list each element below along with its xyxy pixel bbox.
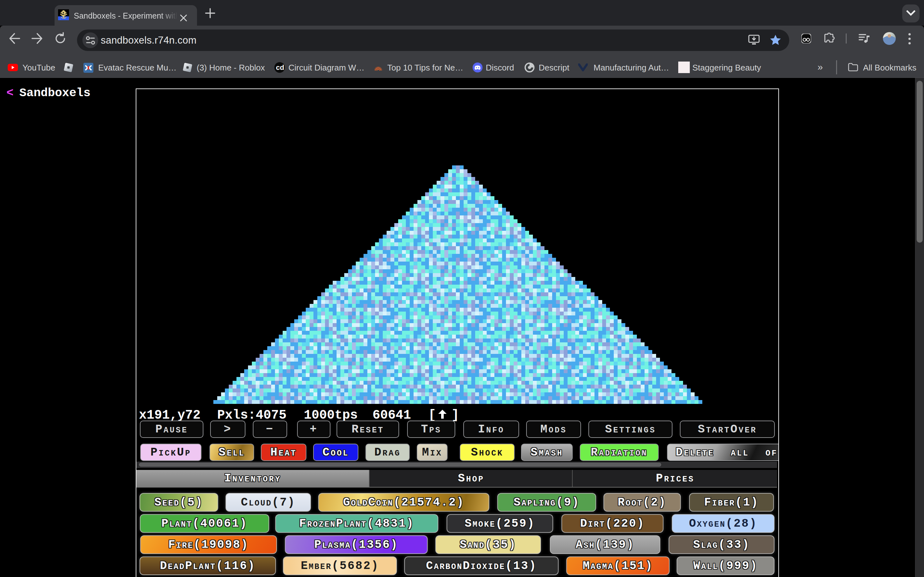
svg-text:cd: cd — [276, 63, 284, 71]
